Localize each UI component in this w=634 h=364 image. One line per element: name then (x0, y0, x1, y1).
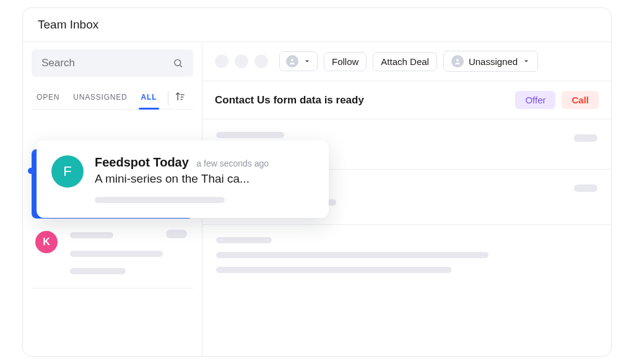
line-skeleton (216, 252, 489, 258)
tab-unassigned[interactable]: UNASSIGNED (68, 88, 132, 109)
action-placeholder-icon[interactable] (215, 54, 228, 68)
app-window: Team Inbox OPEN UNASSIGNED ALL (22, 7, 612, 357)
svg-point-6 (291, 59, 293, 61)
subject-bar: Contact Us form data is ready Offer Call (202, 81, 611, 119)
svg-line-1 (180, 65, 182, 67)
tag-call[interactable]: Call (562, 91, 599, 109)
name-skeleton (70, 232, 113, 238)
svg-point-7 (456, 59, 459, 61)
action-dots (215, 54, 268, 68)
time-chip (574, 184, 597, 192)
person-icon (286, 55, 298, 67)
notification-toast[interactable]: F Feedspot Today a few seconds ago A min… (37, 141, 329, 218)
page-title: Team Inbox (23, 8, 611, 42)
assign-dropdown[interactable]: Unassigned (443, 51, 538, 72)
action-placeholder-icon[interactable] (254, 54, 268, 68)
tag-group: Offer Call (515, 91, 599, 109)
search-input[interactable] (41, 57, 173, 69)
filter-tabs: OPEN UNASSIGNED ALL (32, 88, 193, 110)
time-chip (574, 134, 597, 142)
search-icon (173, 57, 183, 69)
avatar: K (35, 231, 58, 253)
line-skeleton (216, 237, 272, 243)
time-chip (166, 230, 187, 238)
line-skeleton (216, 267, 451, 273)
preview-skeleton (70, 268, 126, 274)
search-field[interactable] (32, 50, 193, 77)
follow-button[interactable]: Follow (324, 52, 367, 71)
tag-offer[interactable]: Offer (515, 91, 555, 109)
chevron-down-icon (303, 58, 311, 65)
message[interactable] (202, 225, 611, 292)
notification-title: Feedspot Today (95, 155, 189, 169)
tab-all[interactable]: ALL (136, 88, 162, 109)
preview-skeleton (95, 197, 225, 203)
action-placeholder-icon[interactable] (235, 54, 248, 68)
avatar: F (51, 155, 84, 188)
notification-time: a few seconds ago (196, 158, 269, 168)
thread-subject: Contact Us form data is ready (215, 94, 364, 106)
subject-skeleton (70, 251, 163, 257)
notification-subject: A mini-series on the Thai ca... (95, 172, 314, 186)
tabs-divider (168, 92, 168, 105)
conversation-item[interactable]: K (32, 219, 193, 288)
line-skeleton (216, 132, 284, 138)
toolbar: Follow Attach Deal Unassigned (202, 42, 611, 81)
tab-open[interactable]: OPEN (32, 88, 64, 109)
assignee-dropdown[interactable] (279, 51, 318, 71)
chevron-down-icon (523, 58, 530, 65)
attach-deal-button[interactable]: Attach Deal (373, 52, 437, 71)
sort-icon[interactable] (175, 91, 186, 102)
assign-label: Unassigned (469, 56, 518, 67)
svg-point-0 (175, 59, 181, 66)
person-icon (451, 55, 464, 67)
